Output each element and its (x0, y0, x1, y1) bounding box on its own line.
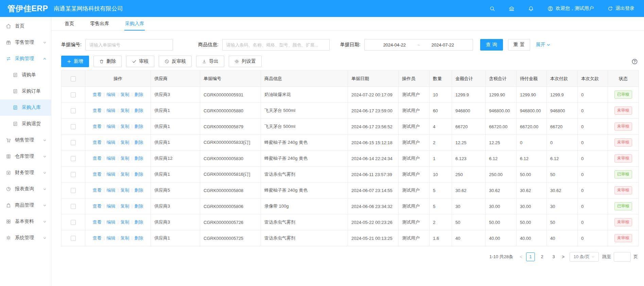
action-view[interactable]: 查看 (93, 123, 102, 130)
sidebar-item-home[interactable]: 首页 (0, 18, 51, 34)
reset-button[interactable]: 重置 (508, 39, 530, 51)
search-button[interactable]: 查询 (480, 39, 503, 51)
unaudit-button[interactable]: 反审核 (159, 56, 192, 67)
action-edit[interactable]: 编辑 (107, 203, 116, 209)
action-copy[interactable]: 复制 (121, 219, 129, 225)
action-delete[interactable]: 删除 (135, 235, 143, 241)
sidebar-item-finance-mgmt[interactable]: 财务管理 (0, 165, 51, 181)
action-view[interactable]: 查看 (93, 108, 102, 114)
action-delete[interactable]: 删除 (135, 203, 143, 209)
cell-value: 4 (433, 124, 435, 129)
action-view[interactable]: 查看 (93, 187, 102, 193)
action-edit[interactable]: 编辑 (107, 235, 116, 241)
cell-value: CGRK00000005726 (204, 220, 243, 225)
logout-button[interactable]: 退出登录 (607, 5, 634, 12)
organization-icon[interactable] (509, 6, 515, 12)
action-delete[interactable]: 删除 (135, 187, 143, 193)
action-delete[interactable]: 删除 (135, 92, 143, 98)
action-view[interactable]: 查看 (93, 235, 102, 241)
action-delete[interactable]: 删除 (135, 219, 143, 225)
jump-page-input[interactable] (614, 252, 631, 262)
action-copy[interactable]: 复制 (121, 108, 129, 114)
page-size-select[interactable]: 10 条/页 (570, 252, 599, 262)
row-checkbox[interactable] (71, 108, 76, 113)
page-number-3[interactable]: 3 (549, 252, 558, 261)
sidebar-item-goods-mgmt[interactable]: 商品管理 (0, 197, 51, 213)
action-copy[interactable]: 复制 (121, 235, 129, 241)
action-view[interactable]: 查看 (93, 203, 102, 209)
expand-toggle[interactable]: 展开 (536, 42, 551, 48)
row-checkbox[interactable] (71, 140, 76, 145)
next-page-button[interactable]: > (559, 254, 567, 260)
action-view[interactable]: 查看 (93, 171, 102, 177)
order-no-input[interactable] (85, 39, 173, 51)
row-checkbox[interactable] (71, 220, 76, 225)
row-checkbox[interactable] (71, 156, 76, 161)
action-copy[interactable]: 复制 (121, 187, 129, 193)
cell-operator: 测试用户 (399, 87, 430, 103)
bell-icon[interactable] (528, 6, 534, 12)
sidebar-item-retail-mgmt[interactable]: 零售管理 (0, 34, 51, 51)
action-edit[interactable]: 编辑 (107, 139, 116, 146)
sidebar-item-warehouse-mgmt[interactable]: 仓库管理 (0, 148, 51, 165)
action-copy[interactable]: 复制 (121, 171, 129, 177)
sidebar-item-purchase-request[interactable]: 请购单 (0, 67, 51, 83)
row-checkbox[interactable] (71, 188, 76, 193)
action-view[interactable]: 查看 (93, 92, 102, 98)
action-edit[interactable]: 编辑 (107, 92, 116, 98)
action-copy[interactable]: 复制 (121, 92, 129, 98)
action-view[interactable]: 查看 (93, 139, 102, 146)
sidebar-item-purchase-return[interactable]: 采购退货 (0, 116, 51, 132)
row-checkbox[interactable] (71, 204, 76, 209)
action-delete[interactable]: 删除 (135, 108, 143, 114)
action-delete[interactable]: 删除 (135, 171, 143, 177)
sidebar-item-purchase-order[interactable]: 采购订单 (0, 83, 51, 99)
app-logo[interactable]: 管伊佳ERP (0, 3, 54, 14)
prev-page-button[interactable]: < (517, 254, 525, 260)
export-button[interactable]: 导出 (196, 56, 224, 67)
sidebar-item-report-query[interactable]: 报表查询 (0, 181, 51, 197)
sidebar-item-purchase-inbound[interactable]: 采购入库 (0, 99, 51, 116)
search-icon[interactable] (489, 6, 495, 12)
action-edit[interactable]: 编辑 (107, 155, 116, 161)
action-copy[interactable]: 复制 (121, 155, 129, 161)
tab-home[interactable]: 首页 (65, 17, 74, 30)
page-number-2[interactable]: 2 (538, 252, 546, 261)
action-copy[interactable]: 复制 (121, 203, 129, 209)
sidebar-item-basic-data[interactable]: 基本资料 (0, 213, 51, 230)
unaudit-label: 反审核 (172, 58, 186, 64)
welcome-user[interactable]: 欢迎您，测试用户 (547, 5, 594, 12)
action-delete[interactable]: 删除 (135, 123, 143, 130)
row-checkbox[interactable] (71, 172, 76, 177)
action-edit[interactable]: 编辑 (107, 171, 116, 177)
action-delete[interactable]: 删除 (135, 139, 143, 146)
delete-button[interactable]: 删除 (93, 56, 122, 67)
action-copy[interactable]: 复制 (121, 123, 129, 130)
action-edit[interactable]: 编辑 (107, 187, 116, 193)
action-edit[interactable]: 编辑 (107, 219, 116, 225)
sidebar-item-purchase-mgmt[interactable]: 采购管理 (0, 51, 51, 67)
row-checkbox[interactable] (71, 124, 76, 129)
action-edit[interactable]: 编辑 (107, 123, 116, 130)
tab-retail-outbound[interactable]: 零售出库 (90, 17, 109, 30)
select-all-checkbox[interactable] (71, 76, 76, 81)
row-checkbox[interactable] (71, 92, 76, 97)
tab-purchase-inbound[interactable]: 采购入库 (125, 17, 144, 30)
action-copy[interactable]: 复制 (121, 139, 129, 146)
product-info-input[interactable] (222, 39, 330, 51)
sidebar-item-system-mgmt[interactable]: 系统管理 (0, 230, 51, 246)
row-checkbox[interactable] (71, 236, 76, 241)
page-number-1[interactable]: 1 (526, 252, 535, 261)
help-icon[interactable] (631, 58, 638, 65)
cell-debt: 0 (578, 119, 608, 135)
action-edit[interactable]: 编辑 (107, 108, 116, 114)
cell-value: 5 (433, 204, 435, 209)
date-range-picker[interactable]: 2024-04-22 ~ 2024-07-22 (364, 39, 473, 51)
action-view[interactable]: 查看 (93, 219, 102, 225)
sidebar-item-sales-mgmt[interactable]: 销售管理 (0, 132, 51, 148)
audit-button[interactable]: 审核 (126, 56, 154, 67)
action-delete[interactable]: 删除 (135, 155, 143, 161)
column-settings-button[interactable]: 列设置 (229, 56, 262, 67)
add-button[interactable]: 新增 (61, 56, 89, 67)
action-view[interactable]: 查看 (93, 155, 102, 161)
